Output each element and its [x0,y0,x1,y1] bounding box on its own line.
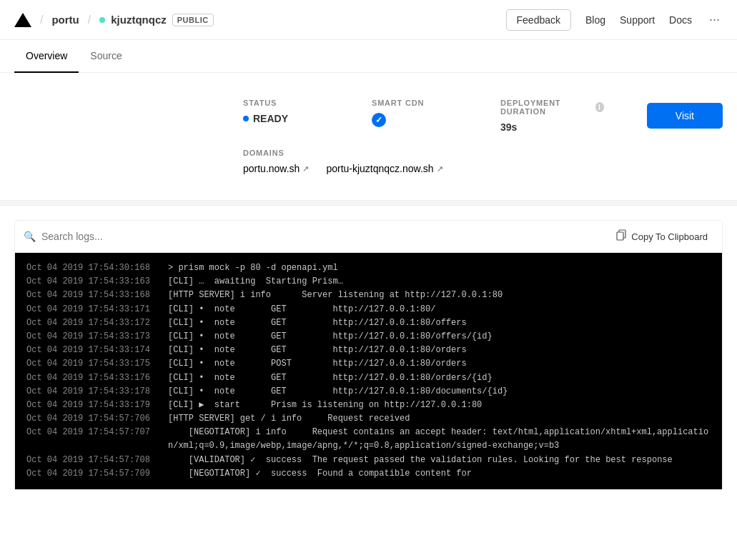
log-content: [HTTP SERVER] get / i info Request recei… [168,412,711,426]
status-value: READY [243,113,329,124]
log-timestamp: Oct 04 2019 17:54:57:708 [26,454,162,467]
header: / portu / kjuztqnqcz PUBLIC Feedback Blo… [0,0,737,40]
log-content: [CLI] • note GET http://127.0.0.1:80/off… [168,330,711,344]
log-line: Oct 04 2019 17:54:33:176[CLI] • note GET… [26,371,711,385]
log-timestamp: Oct 04 2019 17:54:33:171 [26,303,162,316]
log-content: [CLI] • note GET http://127.0.0.1:80/doc… [168,385,711,399]
log-line: Oct 04 2019 17:54:33:172[CLI] • note GET… [26,316,711,330]
deployment-duration-label: DEPLOYMENT DURATION i [500,99,604,116]
log-timestamp: Oct 04 2019 17:54:33:175 [26,357,162,371]
breadcrumb-sep-2: / [88,14,91,26]
smart-cdn-label: SMART CDN [372,99,457,107]
smart-cdn-value: ✓ [372,113,457,127]
log-line: Oct 04 2019 17:54:33:173[CLI] • note GET… [26,330,711,344]
log-line: Oct 04 2019 17:54:33:163[CLI] … awaiting… [26,275,711,289]
info-icon: i [595,102,604,112]
domains-label: DOMAINS [243,149,723,157]
log-line: Oct 04 2019 17:54:57:707 [NEGOTIATOR] i … [26,426,711,453]
log-timestamp: Oct 04 2019 17:54:57:709 [26,467,162,481]
deployment-duration-value: 39s [500,121,604,133]
external-link-icon-1: ↗ [302,164,309,174]
log-content: [HTTP SERVER] i info Server listening at… [168,289,711,302]
status-section: STATUS READY SMART CDN ✓ DEPLOYMENT DURA… [0,73,737,140]
deployment-name: kjuztqnqcz [111,14,167,26]
domains-section: DOMAINS portu.now.sh ↗ portu-kjuztqnqcz.… [0,140,737,200]
domains-list: portu.now.sh ↗ portu-kjuztqnqcz.now.sh ↗ [243,163,723,174]
deployment-status-dot [99,17,105,23]
svg-rect-1 [617,232,623,240]
logs-toolbar: 🔍 Copy To Clipboard [14,220,723,253]
log-timestamp: Oct 04 2019 17:54:33:168 [26,289,162,302]
log-content: > prism mock -p 80 -d openapi.yml [168,261,711,275]
log-content: [VALIDATOR] ✓ success The request passed… [168,454,711,467]
header-left: / portu / kjuztqnqcz PUBLIC [14,13,506,27]
tabs: Overview Source [0,40,737,73]
log-line: Oct 04 2019 17:54:57:706[HTTP SERVER] ge… [26,412,711,426]
log-line: Oct 04 2019 17:54:33:174[CLI] • note GET… [26,344,711,357]
log-timestamp: Oct 04 2019 17:54:33:178 [26,385,162,399]
domain-1-link[interactable]: portu.now.sh ↗ [243,163,309,174]
log-timestamp: Oct 04 2019 17:54:57:706 [26,412,162,426]
log-content: [CLI] … awaiting Starting Prism… [168,275,711,289]
smart-cdn-block: SMART CDN ✓ [372,99,457,127]
log-timestamp: Oct 04 2019 17:54:33:174 [26,344,162,357]
docs-link[interactable]: Docs [669,14,692,26]
log-content: [CLI] • note POST http://127.0.0.1:80/or… [168,357,711,371]
log-content: [CLI] • note GET http://127.0.0.1:80/off… [168,316,711,330]
search-icon: 🔍 [24,231,36,242]
log-timestamp: Oct 04 2019 17:54:33:163 [26,275,162,289]
feedback-button[interactable]: Feedback [506,9,571,31]
log-content: [CLI] • note GET http://127.0.0.1:80/ord… [168,344,711,357]
log-content: [NEGOTIATOR] i info Request contains an … [168,426,711,453]
status-label: STATUS [243,99,329,107]
support-link[interactable]: Support [620,14,655,26]
log-content: [CLI] • note GET http://127.0.0.1:80/ord… [168,371,711,385]
copy-clipboard-button[interactable]: Copy To Clipboard [610,226,713,246]
log-content: [CLI] • note GET http://127.0.0.1:80/ [168,303,711,316]
logo-icon [14,13,31,27]
log-timestamp: Oct 04 2019 17:54:33:172 [26,316,162,330]
log-line: Oct 04 2019 17:54:33:179[CLI] ▶ start Pr… [26,399,711,412]
header-right: Feedback Blog Support Docs ··· [506,9,723,31]
external-link-icon-2: ↗ [437,164,443,174]
log-timestamp: Oct 04 2019 17:54:33:176 [26,371,162,385]
blog-link[interactable]: Blog [585,14,605,26]
status-block: STATUS READY [243,99,329,124]
section-divider [0,200,737,206]
log-line: Oct 04 2019 17:54:33:175[CLI] • note POS… [26,357,711,371]
log-timestamp: Oct 04 2019 17:54:57:707 [26,426,162,453]
log-timestamp: Oct 04 2019 17:54:33:179 [26,399,162,412]
log-line: Oct 04 2019 17:54:33:171[CLI] • note GET… [26,303,711,316]
logs-container: 🔍 Copy To Clipboard Oct 04 2019 17:54:30… [0,206,737,504]
log-line: Oct 04 2019 17:54:30:168> prism mock -p … [26,261,711,275]
tab-overview[interactable]: Overview [14,40,79,73]
log-line: Oct 04 2019 17:54:33:178[CLI] • note GET… [26,385,711,399]
clipboard-icon [615,229,627,244]
more-button[interactable]: ··· [706,12,723,27]
tab-source[interactable]: Source [79,40,133,73]
log-content: [NEGOTIATOR] ✓ success Found a compatibl… [168,467,711,481]
log-timestamp: Oct 04 2019 17:54:30:168 [26,261,162,275]
terminal[interactable]: Oct 04 2019 17:54:30:168> prism mock -p … [14,253,723,490]
log-line: Oct 04 2019 17:54:57:708 [VALIDATOR] ✓ s… [26,454,711,467]
log-timestamp: Oct 04 2019 17:54:33:173 [26,330,162,344]
search-wrapper: 🔍 [24,231,610,242]
breadcrumb-sep-1: / [40,14,43,26]
checkmark-icon: ✓ [372,113,386,127]
log-line: Oct 04 2019 17:54:57:709 [NEGOTIATOR] ✓ … [26,467,711,481]
copy-label: Copy To Clipboard [631,231,708,242]
visit-section: Visit [647,103,723,129]
domain-2-link[interactable]: portu-kjuztqnqcz.now.sh ↗ [326,163,442,174]
deployment-duration-block: DEPLOYMENT DURATION i 39s [500,99,604,133]
project-name: portu [51,14,79,26]
ready-dot [243,116,249,121]
public-badge: PUBLIC [172,14,214,26]
log-line: Oct 04 2019 17:54:33:168[HTTP SERVER] i … [26,289,711,302]
log-content: [CLI] ▶ start Prism is listening on http… [168,399,711,412]
search-input[interactable] [41,231,256,242]
visit-button[interactable]: Visit [647,103,723,129]
